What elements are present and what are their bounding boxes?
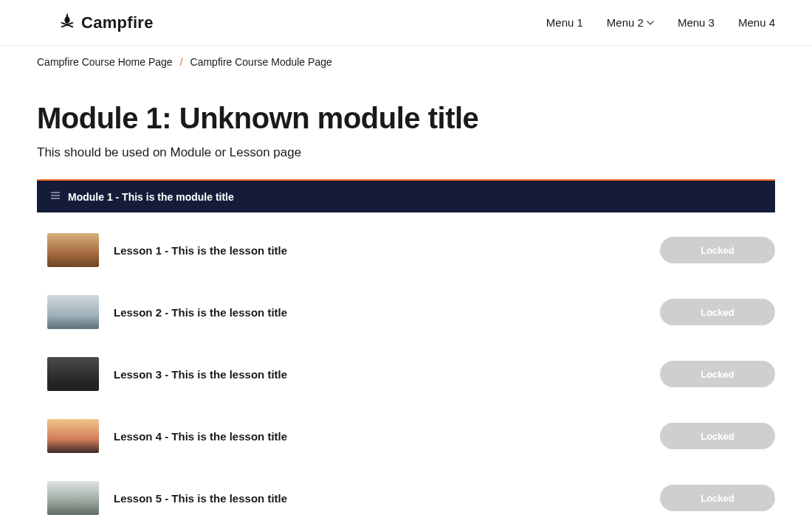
nav-menu-1[interactable]: Menu 1 (546, 16, 583, 29)
campfire-icon (59, 13, 75, 32)
brand-name: Campfire (81, 13, 154, 32)
brand[interactable]: Campfire (59, 13, 154, 32)
breadcrumb-home[interactable]: Campfire Course Home Page (37, 56, 173, 68)
nav-label: Menu 2 (607, 16, 644, 29)
main-content: Module 1: Unknown module title This shou… (0, 78, 812, 522)
lesson-status-button: Locked (660, 237, 775, 263)
module-header-bar[interactable]: Module 1 - This is the module title (37, 181, 775, 212)
top-bar: Campfire Menu 1 Menu 2 Menu 3 Menu 4 (0, 0, 812, 46)
lesson-list: Lesson 1 - This is the lesson title Lock… (37, 226, 775, 522)
nav-menu-4[interactable]: Menu 4 (738, 16, 775, 29)
lesson-row[interactable]: Lesson 4 - This is the lesson title Lock… (37, 412, 775, 460)
lesson-thumbnail (47, 295, 99, 329)
lesson-title: Lesson 2 - This is the lesson title (114, 306, 645, 319)
lesson-thumbnail (47, 481, 99, 515)
nav-label: Menu 1 (546, 16, 583, 29)
main-nav: Menu 1 Menu 2 Menu 3 Menu 4 (546, 16, 775, 29)
lesson-status-button: Locked (660, 299, 775, 325)
lesson-thumbnail (47, 419, 99, 453)
nav-menu-2[interactable]: Menu 2 (607, 16, 654, 29)
nav-label: Menu 4 (738, 16, 775, 29)
breadcrumb-current[interactable]: Campfire Course Module Page (190, 56, 332, 68)
module-header-title: Module 1 - This is the module title (68, 191, 234, 203)
list-icon (50, 190, 61, 203)
lesson-title: Lesson 3 - This is the lesson title (114, 368, 645, 381)
lesson-status-button: Locked (660, 485, 775, 511)
lesson-row[interactable]: Lesson 1 - This is the lesson title Lock… (37, 226, 775, 274)
nav-menu-3[interactable]: Menu 3 (678, 16, 715, 29)
lesson-row[interactable]: Lesson 2 - This is the lesson title Lock… (37, 288, 775, 336)
nav-label: Menu 3 (678, 16, 715, 29)
lesson-status-button: Locked (660, 361, 775, 387)
lesson-title: Lesson 1 - This is the lesson title (114, 244, 645, 257)
lesson-title: Lesson 4 - This is the lesson title (114, 430, 645, 443)
lesson-thumbnail (47, 233, 99, 267)
chevron-down-icon (647, 16, 654, 29)
page-title: Module 1: Unknown module title (37, 102, 775, 135)
page-subtitle: This should be used on Module or Lesson … (37, 145, 775, 160)
lesson-row[interactable]: Lesson 3 - This is the lesson title Lock… (37, 350, 775, 398)
breadcrumb-separator: / (180, 56, 183, 68)
breadcrumb: Campfire Course Home Page / Campfire Cou… (0, 46, 812, 78)
lesson-title: Lesson 5 - This is the lesson title (114, 492, 645, 505)
lesson-thumbnail (47, 357, 99, 391)
lesson-status-button: Locked (660, 423, 775, 449)
lesson-row[interactable]: Lesson 5 - This is the lesson title Lock… (37, 474, 775, 522)
